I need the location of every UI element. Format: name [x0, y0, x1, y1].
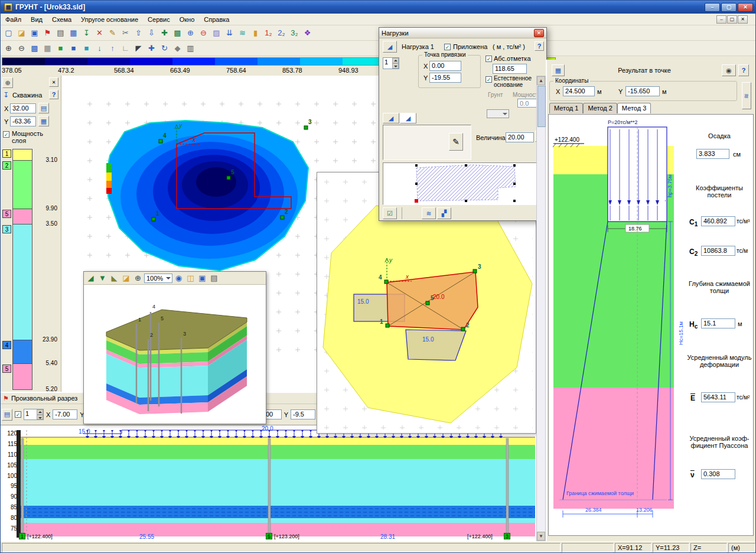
loads-dialog-titlebar[interactable]: Нагрузки ✕ — [379, 28, 546, 38]
camera-button[interactable]: ◉ — [722, 64, 736, 76]
maximize-button[interactable]: ▢ — [721, 3, 737, 12]
plan-point-5[interactable] — [426, 301, 429, 305]
plan-point-3[interactable] — [473, 269, 477, 273]
add-borehole-icon[interactable]: ↧ — [80, 27, 93, 39]
view-top-button[interactable]: ◢ — [85, 272, 96, 284]
layer-color-bar[interactable] — [12, 209, 32, 225]
corner-icon[interactable]: ∟ — [119, 42, 132, 54]
print-view-button[interactable]: ▤ — [208, 272, 220, 284]
section-marker-3[interactable]: 3 — [504, 533, 510, 539]
section-checkbox[interactable] — [15, 411, 21, 418]
zoom-in-icon[interactable]: ⊕ — [2, 42, 15, 54]
borehole-y-button[interactable]: ▦ — [38, 116, 49, 126]
method-1-icon[interactable]: 1₂ — [262, 27, 275, 39]
value-field[interactable]: 20.00 — [506, 132, 534, 142]
panel-handle[interactable]: ≋ — [742, 82, 751, 109]
panel-close-button[interactable]: ✕ — [49, 77, 58, 87]
scroll-down-button[interactable]: ▼ — [537, 532, 545, 541]
anchor-y-field[interactable]: -19.55 — [429, 73, 461, 83]
abs-mark-checkbox[interactable] — [485, 56, 492, 62]
section-view[interactable] — [1, 425, 536, 541]
anchor-icon[interactable]: ◆ — [171, 42, 184, 54]
load-type-button[interactable]: ◢ — [383, 41, 397, 53]
arrows-down-icon[interactable]: ⇊ — [223, 27, 236, 39]
save-icon[interactable]: ▣ — [28, 27, 41, 39]
soil-grid-icon[interactable]: ▩ — [171, 27, 184, 39]
menu-item[interactable]: Файл — [1, 15, 26, 24]
load-preview[interactable] — [383, 162, 543, 205]
menu-item[interactable]: Вид — [26, 15, 47, 24]
distributed-load-button[interactable]: ≋ — [422, 207, 436, 219]
load-polygon[interactable] — [416, 165, 516, 201]
green-cell-icon[interactable]: ■ — [54, 42, 67, 54]
layer-color-bar[interactable] — [12, 364, 32, 390]
folder-button[interactable]: ◪ — [120, 272, 132, 284]
method-2-icon[interactable]: 2₂ — [275, 27, 288, 39]
load-delete-icon[interactable]: ⊖ — [197, 27, 210, 39]
pointer-icon[interactable]: ◤ — [132, 42, 145, 54]
edit-icon[interactable]: ✎ — [106, 27, 119, 39]
section-y2-field[interactable]: -9.5 — [291, 409, 315, 419]
preview-icon[interactable]: ▥ — [184, 42, 197, 54]
bar-icon[interactable]: ▮ — [249, 27, 262, 39]
tab-method-1[interactable]: Метод 1 — [549, 103, 583, 113]
load-shape-tab-2[interactable]: ◢ — [400, 113, 416, 123]
section-marker-5[interactable]: 5 — [266, 533, 272, 539]
arrow-up-icon[interactable]: ↑ — [106, 42, 119, 54]
point-marker-2[interactable] — [281, 216, 284, 219]
natural-base-checkbox[interactable] — [485, 76, 492, 83]
tab-method-3[interactable]: Метод 3 — [617, 103, 651, 113]
edit-shape-button[interactable]: ✎ — [449, 133, 463, 151]
borehole-help-button[interactable]: ? — [49, 90, 58, 99]
point-marker-1[interactable] — [152, 217, 155, 221]
load-new-icon[interactable]: ⊕ — [184, 27, 197, 39]
waves-icon[interactable]: ≋ — [236, 27, 249, 39]
view-down-button[interactable]: ▼ — [97, 272, 108, 284]
plus-icon[interactable]: ✚ — [145, 42, 158, 54]
point-marker-5[interactable] — [227, 176, 230, 180]
section-x-field[interactable]: -7.00 — [53, 409, 77, 419]
loads-dialog[interactable]: Нагрузки ✕ ◢ Нагрузка 1 Приложена ( м , … — [379, 27, 547, 221]
borehole-x-button[interactable]: ▤ — [38, 103, 49, 113]
thickness-checkbox[interactable] — [3, 131, 9, 138]
layer-down-icon[interactable]: ⇩ — [145, 27, 158, 39]
menu-item[interactable]: Окно — [175, 15, 200, 24]
scroll-thumb[interactable] — [537, 86, 546, 127]
plan-point-2[interactable] — [461, 327, 465, 331]
load-number-spinner[interactable]: 1 — [383, 57, 399, 69]
section-marker-1[interactable]: 1 — [19, 533, 25, 539]
menu-item[interactable]: Сервис — [143, 15, 175, 24]
loads-close-button[interactable]: ✕ — [534, 29, 544, 37]
layer-color-bar[interactable] — [12, 225, 32, 340]
flag-icon[interactable]: ⚑ — [41, 27, 54, 39]
rotate-icon[interactable]: ↻ — [158, 42, 171, 54]
mdi-minimize-button[interactable]: – — [716, 15, 726, 24]
result-help-button[interactable]: ? — [738, 64, 749, 76]
zoom-well-button[interactable]: ⊕ — [2, 77, 13, 88]
borehole-table-icon[interactable]: ▦ — [67, 27, 80, 39]
view-3d-window[interactable]: ◢ ▼ ◣ ◪ ⊕ 100% ◉ ◫ ▣ ▤ — [83, 271, 266, 424]
section-number-spinner[interactable]: 1 — [24, 409, 44, 420]
view-angle-button[interactable]: ◣ — [109, 272, 120, 284]
borehole-line-3[interactable] — [506, 438, 509, 536]
coord-x-field[interactable]: 24.500 — [563, 86, 595, 96]
palette-icon[interactable]: ❖ — [301, 27, 314, 39]
save-view-button[interactable]: ▣ — [197, 272, 208, 284]
print-icon[interactable]: ▤ — [54, 27, 67, 39]
cut-section-icon[interactable]: ✂ — [119, 27, 132, 39]
hatch-area-icon[interactable]: ▨ — [210, 27, 223, 39]
load-shape-tab-1[interactable]: ◢ — [383, 113, 399, 123]
delete-borehole-icon[interactable]: ✕ — [93, 27, 106, 39]
loads-help-button[interactable]: ? — [535, 41, 544, 51]
layer-color-bar[interactable] — [12, 149, 32, 161]
add-layer-icon[interactable]: ✚ — [158, 27, 171, 39]
borehole-line-1[interactable] — [21, 438, 24, 536]
plan-point-1[interactable] — [386, 324, 389, 327]
borehole-line-5[interactable] — [268, 438, 271, 536]
tab-method-2[interactable]: Метод 2 — [583, 103, 617, 113]
canvas-vertical-scrollbar[interactable]: ▲ ▼ — [536, 76, 546, 541]
mdi-restore-button[interactable]: ▢ — [727, 15, 737, 24]
coord-y-field[interactable]: -15.650 — [625, 86, 660, 96]
scroll-up-button[interactable]: ▲ — [537, 76, 545, 85]
arrow-down-icon[interactable]: ↓ — [93, 42, 106, 54]
